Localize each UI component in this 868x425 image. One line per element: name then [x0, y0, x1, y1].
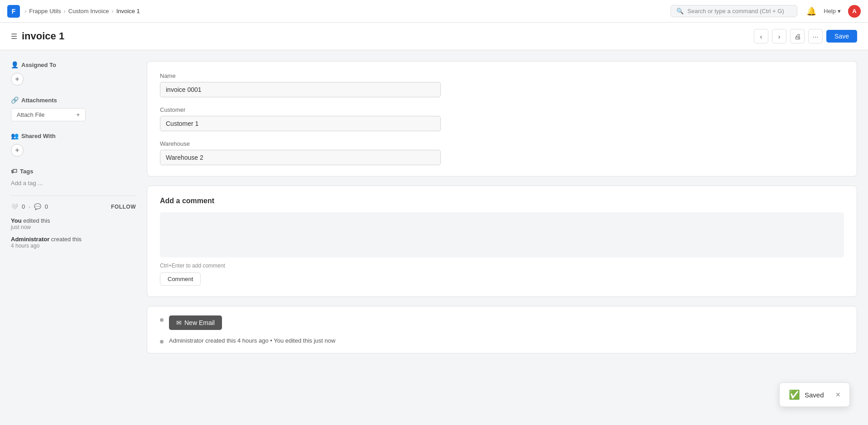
timeline-dot-2: [160, 340, 164, 344]
new-email-button[interactable]: ✉ New Email: [169, 315, 222, 330]
form-area: Name Customer Warehouse Add a comment Ct…: [147, 61, 857, 353]
attachment-icon: 🔗: [11, 96, 19, 104]
comment-hint: Ctrl+Enter to add comment: [160, 263, 844, 269]
add-tag-link[interactable]: Add a tag ...: [11, 180, 43, 186]
comment-icon: 💬: [34, 203, 41, 210]
likes-count: 0: [22, 203, 25, 210]
plus-icon: +: [76, 111, 80, 118]
shared-icon: 👥: [11, 132, 19, 139]
comment-textarea[interactable]: [160, 212, 844, 258]
user-icon: 👤: [11, 61, 19, 68]
sidebar: 👤 Assigned To + 🔗 Attachments Attach Fil…: [11, 61, 147, 353]
name-field: Name: [160, 72, 844, 97]
customer-label: Customer: [160, 106, 844, 113]
comment-card: Add a comment Ctrl+Enter to add comment …: [147, 186, 857, 297]
breadcrumb-frappe-utils[interactable]: Frappe Utils: [29, 8, 61, 14]
tags-title: 🏷 Tags: [11, 167, 136, 175]
dot-separator: ·: [29, 203, 30, 210]
search-bar[interactable]: 🔍 Search or type a command (Ctrl + G): [670, 5, 797, 17]
warehouse-label: Warehouse: [160, 140, 844, 147]
activity-item-1: Administrator created this 4 hours ago: [11, 236, 136, 249]
attach-file-button[interactable]: Attach File +: [11, 108, 86, 121]
top-nav: F › Frappe Utils › Custom Invoice › Invo…: [0, 0, 868, 23]
hamburger-icon[interactable]: ☰: [11, 32, 17, 41]
heart-icon: 🤍: [11, 203, 18, 210]
shared-with-title: 👥 Shared With: [11, 132, 136, 139]
comment-button[interactable]: Comment: [160, 272, 201, 286]
breadcrumb: › Frappe Utils › Custom Invoice › Invoic…: [24, 8, 140, 14]
reactions-row: 🤍 0 · 💬 0 FOLLOW: [11, 203, 136, 210]
add-assignee-button[interactable]: +: [11, 73, 24, 86]
prev-button[interactable]: ‹: [754, 29, 768, 43]
chevron-down-icon: ▾: [838, 8, 841, 14]
customer-field: Customer: [160, 106, 844, 131]
timeline-actions: ✉ New Email: [169, 315, 222, 330]
attachments-section: 🔗 Attachments Attach File +: [11, 96, 136, 121]
shared-with-section: 👥 Shared With +: [11, 132, 136, 157]
email-icon: ✉: [176, 319, 182, 326]
search-icon: 🔍: [676, 8, 684, 14]
customer-input[interactable]: [160, 116, 441, 131]
timeline-card: ✉ New Email Administrator created this 4…: [147, 306, 857, 353]
save-button[interactable]: Save: [826, 30, 857, 43]
more-options-button[interactable]: ···: [808, 29, 823, 43]
breadcrumb-current: Invoice 1: [116, 8, 140, 14]
page-title: invoice 1: [22, 30, 64, 42]
warehouse-field: Warehouse: [160, 140, 844, 165]
assigned-to-section: 👤 Assigned To +: [11, 61, 136, 86]
timeline-row-2: Administrator created this 4 hours ago •…: [160, 337, 844, 344]
breadcrumb-custom-invoice[interactable]: Custom Invoice: [68, 8, 109, 14]
warehouse-input[interactable]: [160, 150, 441, 165]
timeline-entry: Administrator created this 4 hours ago •…: [169, 337, 335, 344]
name-input[interactable]: [160, 82, 441, 97]
comments-count: 0: [45, 203, 48, 210]
help-menu[interactable]: Help ▾: [824, 8, 841, 14]
tags-section: 🏷 Tags Add a tag ...: [11, 167, 136, 186]
page-title-row: ☰ invoice 1: [11, 30, 64, 42]
comment-title: Add a comment: [160, 197, 844, 205]
avatar[interactable]: A: [848, 5, 861, 18]
main-content: 👤 Assigned To + 🔗 Attachments Attach Fil…: [0, 50, 868, 364]
next-button[interactable]: ›: [772, 29, 786, 43]
form-card: Name Customer Warehouse: [147, 61, 857, 177]
follow-button[interactable]: FOLLOW: [111, 204, 136, 210]
add-shared-button[interactable]: +: [11, 144, 24, 157]
activity-item-0: You edited this just now: [11, 217, 136, 230]
sidebar-divider: [11, 196, 136, 196]
notifications-icon[interactable]: 🔔: [806, 6, 816, 16]
timeline-dot: [160, 318, 164, 322]
print-button[interactable]: 🖨: [790, 29, 805, 43]
timeline-row-1: ✉ New Email: [160, 315, 844, 330]
attachments-title: 🔗 Attachments: [11, 96, 136, 104]
nav-right: 🔔 Help ▾ A: [806, 5, 861, 18]
page-header: ☰ invoice 1 ‹ › 🖨 ··· Save: [0, 23, 868, 50]
name-label: Name: [160, 72, 844, 79]
page-actions: ‹ › 🖨 ··· Save: [754, 29, 857, 43]
tag-icon: 🏷: [11, 167, 17, 175]
assigned-to-title: 👤 Assigned To: [11, 61, 136, 68]
nav-logo[interactable]: F: [7, 5, 20, 18]
